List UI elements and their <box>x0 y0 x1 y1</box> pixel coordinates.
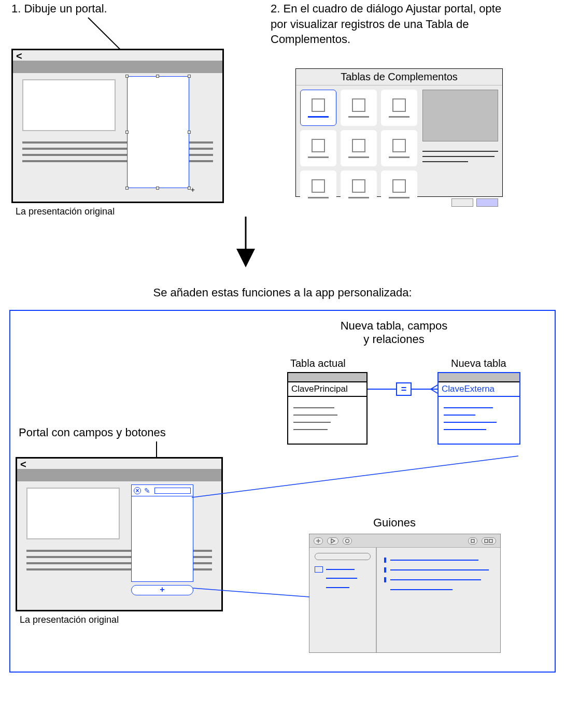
addon-cell[interactable] <box>381 90 417 126</box>
portal-edit-icon[interactable]: ✎ <box>144 487 150 495</box>
portal-field[interactable] <box>154 488 191 494</box>
scripts-steps-pane <box>377 548 500 652</box>
new-table-label: Nueva tabla <box>451 358 506 369</box>
scripts-view-icon[interactable] <box>482 537 496 545</box>
current-table-label: Tabla actual <box>290 358 346 369</box>
current-table: ClavePrincipal <box>287 372 368 445</box>
script-step[interactable] <box>384 558 493 563</box>
script-step[interactable] <box>384 587 493 592</box>
layout-header-band <box>13 62 222 73</box>
layout-back[interactable]: < <box>13 50 222 62</box>
scripts-debug-icon[interactable] <box>343 537 352 545</box>
folder-icon <box>315 566 323 573</box>
scripts-run-icon[interactable] <box>327 537 338 545</box>
scripts-stop-icon[interactable] <box>468 537 477 545</box>
portal-delete-icon[interactable]: × <box>134 487 141 494</box>
svg-rect-12 <box>485 539 488 543</box>
dialog-cancel-button[interactable] <box>451 198 473 207</box>
layout2-caption: La presentación original <box>20 615 119 625</box>
portal[interactable]: × ✎ <box>131 484 193 582</box>
preview-text <box>422 147 498 166</box>
addon-grid <box>300 90 417 207</box>
scripts-search[interactable] <box>315 553 371 560</box>
addon-cell[interactable] <box>300 170 336 207</box>
addon-cell[interactable] <box>341 130 377 166</box>
layout2-image-placeholder <box>26 488 120 539</box>
tables-heading: Nueva tabla, campos y relaciones <box>311 319 477 346</box>
portal-draw-box[interactable]: + <box>127 76 189 188</box>
addon-cell[interactable] <box>381 130 417 166</box>
scripts-window <box>309 534 501 653</box>
layout-window-1: < + <box>11 49 224 203</box>
step1-text: 1. Dibuje un portal. <box>11 1 229 17</box>
portal-add-button[interactable]: + <box>131 585 193 595</box>
addon-cell-selected[interactable] <box>300 90 336 126</box>
scripts-list-pane <box>309 548 377 652</box>
relationship-operator: = <box>396 382 412 396</box>
addon-tables-dialog: Tablas de Complementos <box>295 68 503 197</box>
addon-preview <box>422 90 498 207</box>
scripts-toolbar <box>309 534 500 548</box>
new-table-key: ClaveExterna <box>439 382 519 397</box>
script-item[interactable] <box>326 578 357 579</box>
layout2-header-band <box>17 470 221 481</box>
scripts-new-icon[interactable] <box>314 537 323 545</box>
flow-arrow-down <box>235 217 256 268</box>
svg-rect-13 <box>489 539 492 543</box>
dialog-ok-button[interactable] <box>476 198 498 207</box>
script-item[interactable] <box>326 587 349 588</box>
scripts-heading: Guiones <box>373 516 416 530</box>
addon-cell[interactable] <box>300 130 336 166</box>
svg-point-10 <box>346 539 349 543</box>
layout-image-placeholder <box>22 79 116 131</box>
scripts-folder[interactable] <box>315 566 371 573</box>
addon-cell[interactable] <box>381 170 417 207</box>
intro-text: Se añaden estas funciones a la app perso… <box>0 286 565 299</box>
script-step[interactable] <box>384 567 493 573</box>
layout2-back[interactable]: < <box>17 459 221 470</box>
step1-caption: La presentación original <box>16 206 115 217</box>
addon-cell[interactable] <box>341 170 377 207</box>
new-table: ClaveExterna <box>437 372 520 445</box>
dialog-title: Tablas de Complementos <box>296 69 502 85</box>
preview-image <box>422 90 498 141</box>
portal-label: Portal con campos y botones <box>19 426 166 439</box>
step2-text: 2. En el cuadro de diálogo Ajustar porta… <box>271 1 514 47</box>
svg-rect-11 <box>471 539 474 543</box>
addon-cell[interactable] <box>341 90 377 126</box>
script-step[interactable] <box>384 577 493 582</box>
layout-window-2: < × ✎ + <box>16 457 223 611</box>
current-table-key: ClavePrincipal <box>288 382 366 397</box>
